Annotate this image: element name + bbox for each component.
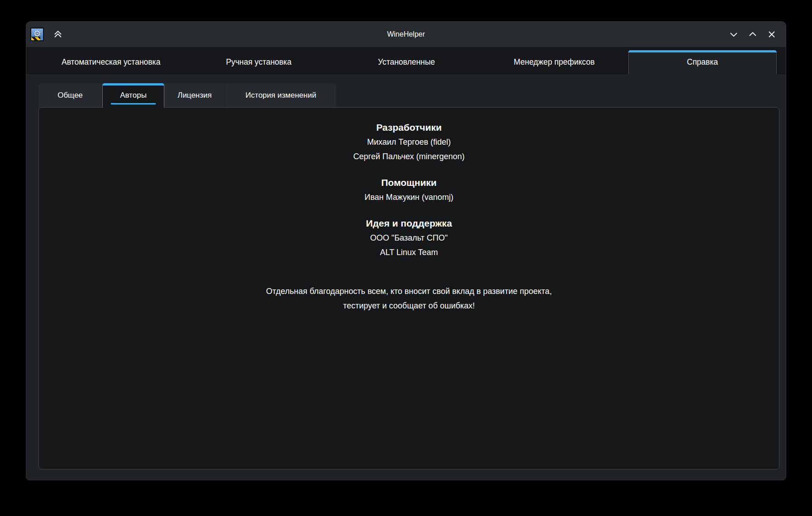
help-page: Общее Авторы Лицензия История изменений … <box>26 74 786 480</box>
section-heading-helpers: Помощники <box>39 175 779 190</box>
tab-manual-install[interactable]: Ручная установка <box>185 50 332 74</box>
subtab-license[interactable]: Лицензия <box>164 83 225 107</box>
section-heading-idea-support: Идея и поддержка <box>39 216 779 231</box>
author-line: ALT Linux Team <box>39 245 779 260</box>
main-tab-bar: Автоматическая установка Ручная установк… <box>26 47 786 74</box>
author-line: Михаил Тергоев (fidel) <box>39 135 779 149</box>
author-line: Иван Мажукин (vanomj) <box>39 190 779 204</box>
tab-auto-install[interactable]: Автоматическая установка <box>37 50 185 74</box>
tab-prefix-manager[interactable]: Менеджер префиксов <box>480 50 628 74</box>
maximize-button[interactable] <box>745 27 760 42</box>
subtab-changelog[interactable]: История изменений <box>225 83 336 107</box>
shade-window-button[interactable] <box>50 27 66 42</box>
thanks-line: тестирует и сообщает об ошибках! <box>39 298 779 313</box>
tab-help[interactable]: Справка <box>628 50 777 74</box>
section-heading-developers: Разработчики <box>39 120 779 135</box>
subtab-general[interactable]: Общее <box>38 83 102 107</box>
titlebar: ⚙ WineHelper <box>26 22 786 47</box>
authors-pane: Разработчики Михаил Тергоев (fidel) Серг… <box>38 107 779 469</box>
subtab-authors[interactable]: Авторы <box>102 83 164 108</box>
hazard-stripes <box>31 37 40 40</box>
close-icon <box>767 29 777 39</box>
chevron-down-icon <box>729 29 739 39</box>
winehelper-window: ⚙ WineHelper <box>26 21 786 480</box>
author-line: Сергей Пальчех (minergenon) <box>39 149 779 164</box>
tab-installed[interactable]: Установленные <box>333 50 480 74</box>
close-button[interactable] <box>764 27 779 42</box>
window-title: WineHelper <box>26 30 786 38</box>
double-chevron-up-icon <box>53 29 63 39</box>
minimize-button[interactable] <box>726 27 741 42</box>
author-line: ООО "Базальт СПО" <box>39 231 779 245</box>
app-icon: ⚙ <box>30 28 44 41</box>
chevron-up-icon <box>748 29 758 39</box>
thanks-line: Отдельная благодарность всем, кто вносит… <box>39 284 779 298</box>
help-sub-tab-bar: Общее Авторы Лицензия История изменений <box>38 83 786 107</box>
